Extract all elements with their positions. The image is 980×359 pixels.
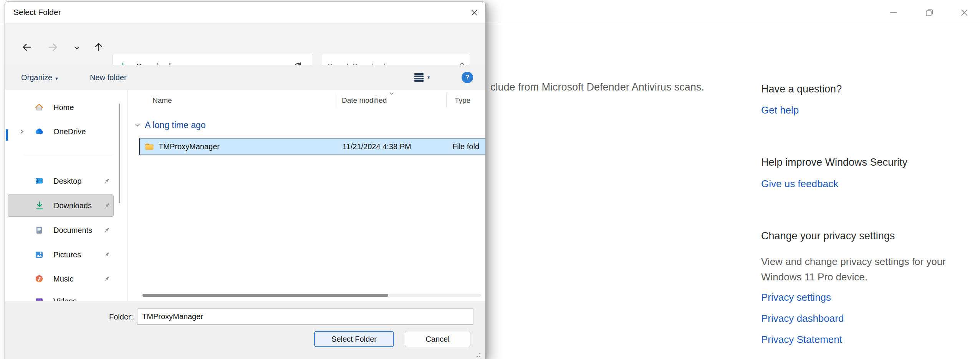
restore-icon (924, 8, 934, 18)
column-header-date-modified[interactable]: Date modified (342, 90, 387, 111)
question-heading: Have a question? (761, 83, 842, 95)
cancel-button[interactable]: Cancel (405, 331, 470, 347)
sidebar-item-home[interactable]: Home (8, 97, 113, 118)
minimize-button[interactable] (885, 5, 902, 20)
dialog-footer: Folder: TMProxyManager Select Folder Can… (5, 301, 485, 359)
folder-name-input[interactable]: TMProxyManager (137, 308, 473, 325)
pictures-icon (34, 250, 44, 260)
folder-field-label: Folder: (109, 308, 133, 325)
sidebar-item-label: OneDrive (53, 127, 86, 136)
improve-heading: Help improve Windows Security (761, 156, 907, 168)
view-options-icon[interactable] (414, 73, 424, 82)
horizontal-scrollbar-thumb[interactable] (142, 294, 388, 297)
recent-locations-button[interactable] (70, 41, 84, 54)
forward-icon (47, 42, 59, 53)
sidebar-item-label: Desktop (53, 177, 81, 185)
dialog-body: Home OneDrive (5, 90, 485, 301)
select-folder-button[interactable]: Select Folder (314, 331, 394, 347)
sidebar-divider (127, 90, 128, 301)
column-divider[interactable] (446, 93, 447, 108)
privacy-settings-link[interactable]: Privacy settings (761, 291, 831, 303)
pin-icon (103, 202, 111, 209)
organize-menu[interactable]: Organize▾ (21, 65, 58, 90)
back-icon (21, 42, 33, 53)
view-options-dropdown[interactable]: ▾ (427, 65, 430, 90)
resize-grip[interactable] (475, 351, 481, 357)
back-button[interactable] (20, 41, 34, 54)
sidebar-item-music[interactable]: Music (8, 268, 113, 290)
file-row-selected[interactable]: TMProxyManager 11/21/2024 4:38 PM File f… (139, 138, 485, 155)
pin-icon (103, 226, 111, 234)
sidebar-item-label: Pictures (53, 250, 81, 259)
help-icon: ? (465, 74, 469, 81)
sidebar-item-label: Downloads (54, 201, 92, 210)
sidebar-scrollbar[interactable] (119, 104, 120, 203)
pin-icon (103, 177, 111, 185)
chevron-down-icon (73, 44, 80, 51)
pin-icon (103, 251, 111, 259)
file-name: TMProxyManager (159, 142, 220, 151)
dialog-toolbar: Organize▾ New folder ▾ ? (5, 65, 485, 91)
sidebar-item-pictures[interactable]: Pictures (8, 244, 113, 265)
privacy-statement-link[interactable]: Privacy Statement (761, 334, 842, 346)
close-button-window[interactable] (956, 5, 973, 20)
up-arrow-icon (93, 41, 104, 53)
file-date-modified: 11/21/2024 4:38 PM (343, 142, 411, 151)
home-icon (34, 102, 44, 112)
sidebar-item-label: Videos (53, 297, 77, 301)
privacy-dashboard-link[interactable]: Privacy dashboard (761, 313, 844, 324)
navigation-bar: › Downloads › Search Downloads (5, 23, 485, 65)
videos-icon (34, 296, 44, 301)
restore-button[interactable] (921, 5, 938, 20)
horizontal-scrollbar[interactable] (142, 294, 481, 297)
sidebar-item-desktop[interactable]: Desktop (8, 170, 113, 192)
minimize-icon (889, 8, 899, 18)
column-header-name[interactable]: Name (152, 90, 172, 111)
column-divider[interactable] (336, 93, 336, 108)
get-help-link[interactable]: Get help (761, 104, 799, 116)
desktop-icon (34, 176, 44, 186)
sidebar-item-documents[interactable]: Documents (8, 219, 113, 241)
folder-icon (144, 141, 155, 152)
sidebar-item-label: Home (53, 103, 74, 112)
close-icon (470, 9, 478, 16)
expand-chevron-icon[interactable] (18, 128, 25, 135)
sidebar-separator-line (23, 156, 113, 156)
dialog-titlebar: Select Folder (5, 2, 485, 23)
documents-icon (34, 225, 44, 235)
give-feedback-link[interactable]: Give us feedback (761, 178, 838, 190)
close-icon (959, 8, 969, 18)
forward-button[interactable] (46, 41, 60, 54)
help-button[interactable]: ? (462, 72, 473, 83)
privacy-heading: Change your privacy settings (761, 230, 895, 242)
sidebar-item-downloads[interactable]: Downloads (8, 194, 114, 217)
sort-indicator-icon (389, 91, 394, 97)
sidebar-item-onedrive[interactable]: OneDrive (8, 121, 113, 142)
music-icon (34, 274, 44, 284)
dialog-title: Select Folder (13, 2, 61, 23)
dialog-close-button[interactable] (468, 7, 480, 18)
pin-icon (103, 275, 111, 283)
file-type: File fold (452, 142, 479, 151)
chevron-down-icon: ▾ (55, 76, 58, 81)
defender-exclusion-text: clude from Microsoft Defender Antivirus … (490, 81, 704, 93)
sidebar-item-label: Music (53, 275, 73, 283)
screenshot-root: clude from Microsoft Defender Antivirus … (0, 0, 980, 359)
select-folder-dialog: Select Folder (5, 2, 486, 359)
downloads-icon (35, 201, 45, 211)
onedrive-icon (34, 127, 44, 137)
group-header[interactable]: A long time ago (134, 119, 206, 132)
sidebar-item-videos[interactable]: Videos (8, 290, 113, 301)
sidebar-item-label: Documents (53, 226, 92, 234)
privacy-body-text: View and change privacy settings for you… (761, 254, 961, 285)
group-collapse-icon (134, 122, 141, 128)
up-button[interactable] (91, 41, 106, 54)
group-header-label: A long time ago (145, 120, 206, 130)
new-folder-button[interactable]: New folder (90, 65, 127, 90)
column-header-type[interactable]: Type (455, 90, 470, 111)
